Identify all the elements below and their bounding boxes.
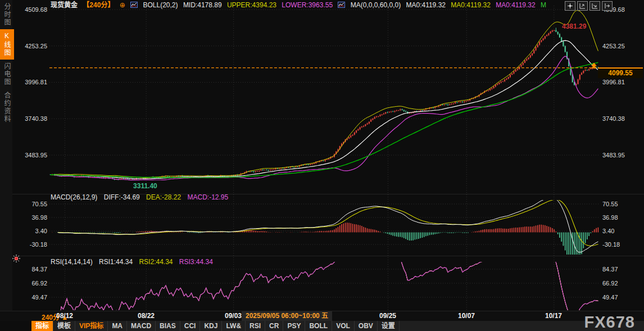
alert-icon[interactable] bbox=[12, 254, 21, 265]
boll-lower-value: LOWER:3963.55 bbox=[282, 1, 333, 9]
y-axis-tick: 3996.81 bbox=[602, 79, 625, 85]
x-axis-date: 09/25 bbox=[379, 312, 396, 320]
tab-macd[interactable]: MACD bbox=[127, 321, 156, 331]
y-axis-tick: 3.40 bbox=[35, 228, 47, 234]
expand-icon[interactable]: ⊕ bbox=[120, 1, 125, 9]
y-axis-tick: 3483.95 bbox=[25, 152, 47, 158]
boll-label: BOLL(20,2) bbox=[143, 1, 178, 9]
pan-right-icon[interactable] bbox=[602, 1, 613, 11]
macd-dea-value: DEA:-28.22 bbox=[146, 193, 181, 201]
rsi-params-label: RSI(14,14,14) bbox=[51, 258, 93, 266]
tab-boll[interactable]: BOLL bbox=[305, 321, 332, 331]
boll-upper-value: UPPER:4394.23 bbox=[227, 1, 276, 9]
sidebar-item-time-chart[interactable]: 分时图 bbox=[0, 0, 14, 29]
tab-bias[interactable]: BIAS bbox=[156, 321, 180, 331]
macd-params-label: MACD(26,12,9) bbox=[51, 193, 97, 201]
current-price-label: 4099.55 bbox=[598, 67, 643, 78]
ma0-magenta-value: MA0:4119.32 bbox=[496, 1, 536, 9]
watermark: FX678 bbox=[584, 313, 635, 331]
tab-vip-indicator[interactable]: VIP指标 bbox=[75, 321, 108, 331]
boll-upper-line bbox=[54, 11, 598, 178]
tab-cci[interactable]: CCI bbox=[180, 321, 201, 331]
y-axis-tick: 3996.81 bbox=[25, 79, 47, 85]
ma0-white-value: MA0:4119.32 bbox=[406, 1, 446, 9]
boll-lower-line bbox=[54, 56, 598, 180]
boll-indicator-icon[interactable] bbox=[130, 1, 138, 11]
x-axis-date: 10/17 bbox=[545, 312, 562, 320]
x-axis-date: 08/22 bbox=[138, 312, 155, 320]
macd-diff-line bbox=[58, 198, 598, 252]
y-axis-tick: 84.37 bbox=[31, 266, 47, 273]
y-axis-tick: 4253.25 bbox=[602, 43, 625, 49]
tab-obv[interactable]: OBV bbox=[355, 321, 378, 331]
tab-ma[interactable]: MA bbox=[108, 321, 127, 331]
y-axis-tick: 66.92 bbox=[602, 280, 618, 287]
tab-vol[interactable]: VOL bbox=[332, 321, 355, 331]
rsi1-value: RSI1:44.34 bbox=[99, 258, 133, 266]
x-axis-date: 10/07 bbox=[458, 312, 475, 320]
x-axis-date: 09/03 bbox=[225, 312, 242, 320]
y-axis-tick: 36.98 bbox=[31, 214, 47, 221]
x-axis-date: 08/12 bbox=[56, 312, 73, 320]
ma-m-label: M bbox=[541, 1, 546, 9]
macd-header: MACD(26,12,9) DIFF:-34.69 DEA:-28.22 MAC… bbox=[51, 193, 233, 201]
y-axis-tick: 70.55 bbox=[602, 201, 618, 207]
boll-mid-line bbox=[54, 40, 598, 179]
zoom-horizontal-icon[interactable] bbox=[589, 1, 600, 11]
macd-dea-line bbox=[58, 199, 598, 246]
y-axis-tick: 36.98 bbox=[602, 214, 618, 221]
high-price-marker: 4381.29 bbox=[562, 22, 587, 30]
sidebar-item-kline-chart[interactable]: K线图 bbox=[0, 29, 14, 60]
y-axis-tick: 3740.38 bbox=[25, 115, 47, 122]
tab-template[interactable]: 模板 bbox=[53, 321, 75, 331]
ma-indicator-icon[interactable] bbox=[338, 1, 345, 11]
macd-diff-value: DIFF:-34.69 bbox=[104, 193, 140, 201]
y-axis-tick: -30.18 bbox=[30, 241, 47, 248]
main-pane: 4381.293311.40 bbox=[50, 11, 599, 190]
tab-indicator[interactable]: 指标 bbox=[31, 321, 53, 331]
rsi3-value: RSI3:44.34 bbox=[179, 258, 213, 266]
ma-label: MA(0,0,0,60,0,0) bbox=[351, 1, 401, 9]
period-label: 【240分】 bbox=[83, 1, 114, 9]
selected-candle-time: 2025/09/05 06:00~10:00 五 bbox=[242, 311, 332, 321]
zoom-vertical-icon[interactable] bbox=[577, 1, 588, 11]
tab-cr[interactable]: CR bbox=[265, 321, 283, 331]
y-axis-tick: 3.40 bbox=[602, 228, 614, 234]
y-axis-tick: 66.92 bbox=[31, 280, 47, 287]
tab-settings[interactable]: 设置 bbox=[378, 321, 400, 331]
y-axis-tick: 4509.68 bbox=[25, 6, 47, 13]
y-axis-tick: 3740.38 bbox=[602, 115, 625, 122]
rsi2-value: RSI2:44.34 bbox=[139, 258, 173, 266]
tab-kdj[interactable]: KDJ bbox=[200, 321, 222, 331]
time-axis: 240分 ▲ 08/12 08/22 09/03 09/25 10/07 10/… bbox=[0, 311, 644, 321]
ma0-yellow-value: MA0:4119.32 bbox=[451, 1, 491, 9]
sidebar: 分时图 K线图 闪电图 合约资料 bbox=[0, 0, 12, 311]
y-axis-tick: 3483.95 bbox=[602, 152, 625, 158]
boll-mid-value: MID:4178.89 bbox=[183, 1, 222, 9]
app-window: 4509.684509.684253.254253.253996.813996.… bbox=[0, 0, 644, 331]
symbol-name: 现货黄金 bbox=[51, 1, 78, 9]
macd-hist-value: MACD:-12.95 bbox=[187, 193, 228, 201]
y-axis-tick: 84.37 bbox=[602, 266, 618, 273]
chart-tool-icons bbox=[565, 1, 613, 11]
chart-header: 现货黄金 【240分】 ⊕ BOLL(20,2) MID:4178.89 UPP… bbox=[51, 1, 550, 10]
low-price-marker: 3311.40 bbox=[133, 182, 157, 190]
y-axis-tick: 4253.25 bbox=[25, 43, 47, 49]
y-axis-tick: 49.47 bbox=[31, 294, 47, 301]
sidebar-item-contract-info[interactable]: 合约资料 bbox=[0, 89, 14, 126]
sidebar-item-lightning-chart[interactable]: 闪电图 bbox=[0, 60, 14, 89]
y-axis-tick: 49.47 bbox=[602, 294, 618, 301]
tab-psy[interactable]: PSY bbox=[283, 321, 305, 331]
y-axis-tick: -30.18 bbox=[602, 241, 620, 248]
tab-lwr[interactable]: LW& bbox=[222, 321, 246, 331]
tab-rsi[interactable]: RSI bbox=[246, 321, 265, 331]
candles-layer bbox=[50, 28, 599, 180]
bottom-toolbar: 指标 模板 VIP指标 MA MACD BIAS CCI KDJ LW& RSI… bbox=[0, 321, 644, 331]
toolbar-spacer bbox=[0, 321, 31, 331]
y-axis-tick: 70.55 bbox=[31, 201, 47, 207]
rsi-header: RSI(14,14,14) RSI1:44.34 RSI2:44.34 RSI3… bbox=[51, 258, 217, 266]
pan-tool-icon[interactable] bbox=[565, 1, 575, 11]
ma60-line bbox=[51, 62, 598, 178]
